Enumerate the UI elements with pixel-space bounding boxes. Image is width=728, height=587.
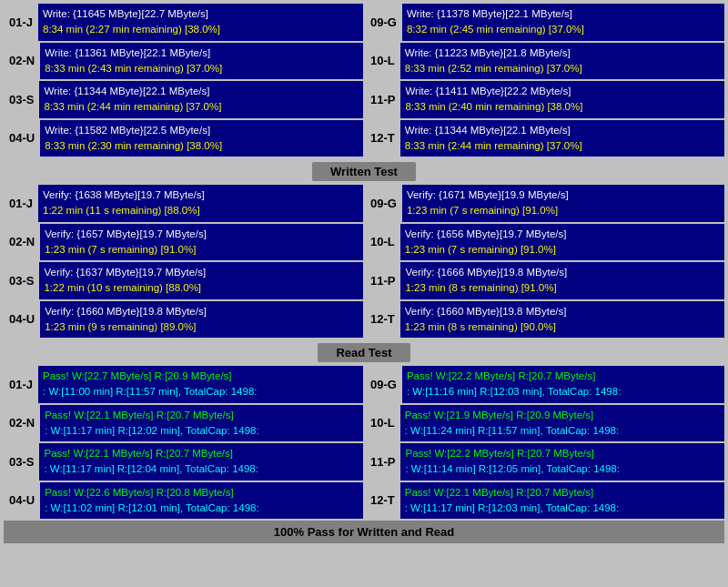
read-section: 01-JPass! W:[22.7 MByte/s] R:[20.9 MByte…: [4, 366, 724, 519]
right-id-10-l: 10-L: [365, 224, 400, 261]
footer-bar: 100% Pass for Written and Read: [4, 521, 724, 543]
left-data-04-u: Write: {11582 MByte}[22.5 MByte/s]8:33 m…: [40, 120, 363, 157]
right-line1-1: Write: {11223 MByte}[21.8 MByte/s]: [405, 46, 720, 61]
right-line1-2: Verify: {1666 MByte}[19.8 MByte/s]: [405, 265, 720, 280]
left-id-04-u: 04-U: [4, 482, 40, 520]
left-data-02-n: Write: {11361 MByte}[22.1 MByte/s]8:33 m…: [40, 43, 363, 80]
right-data-09-g: Write: {11378 MByte}[22.1 MByte/s]8:32 m…: [402, 4, 724, 41]
right-line2-1: 8:33 min (2:52 min remaining) [37.0%]: [405, 61, 720, 76]
left-line1-2: Verify: {1637 MByte}[19.7 MByte/s]: [44, 265, 359, 280]
left-data-02-n: Pass! W:[22.1 MByte/s] R:[20.7 MByte/s]:…: [40, 405, 363, 442]
right-id-12-t: 12-T: [365, 301, 400, 339]
right-line1-3: Pass! W:[22.1 MByte/s] R:[20.7 MByte/s]: [405, 485, 720, 501]
right-line2-2: 8:33 min (2:40 min remaining) [38.0%]: [405, 99, 720, 115]
right-id-10-l: 10-L: [365, 43, 400, 80]
right-id-09-g: 09-G: [365, 4, 402, 41]
written-test-label: Written Test: [312, 162, 416, 181]
left-line2-0: : W:[11:00 min] R:[11:57 min], TotalCap:…: [43, 384, 359, 400]
left-cell-01-j: 01-JWrite: {11645 MByte}[22.7 MByte/s]8:…: [4, 4, 363, 41]
left-line2-3: 8:33 min (2:30 min remaining) [38.0%]: [45, 138, 359, 154]
table-row: 01-JPass! W:[22.7 MByte/s] R:[20.9 MByte…: [4, 366, 724, 403]
write-rows: 01-JWrite: {11645 MByte}[22.7 MByte/s]8:…: [4, 4, 724, 157]
right-cell-09-g: 09-GWrite: {11378 MByte}[22.1 MByte/s]8:…: [365, 4, 724, 41]
left-line2-1: : W:[11:17 min] R:[12:02 min], TotalCap:…: [45, 423, 359, 439]
right-id-09-g: 09-G: [365, 185, 402, 222]
right-line1-3: Verify: {1660 MByte}[19.8 MByte/s]: [405, 304, 720, 319]
right-id-10-l: 10-L: [365, 405, 400, 442]
left-cell-04-u: 04-UPass! W:[22.6 MByte/s] R:[20.8 MByte…: [4, 482, 363, 520]
right-id-11-p: 11-P: [365, 81, 400, 118]
right-line2-0: 1:23 min (7 s remaining) [91.0%]: [407, 203, 720, 218]
left-data-01-j: Pass! W:[22.7 MByte/s] R:[20.9 MByte/s]:…: [38, 366, 363, 403]
right-data-12-t: Write: {11344 MByte}[22.1 MByte/s]8:33 m…: [400, 120, 724, 157]
right-data-09-g: Pass! W:[22.2 MByte/s] R:[20.7 MByte/s]:…: [402, 366, 724, 403]
right-cell-12-t: 12-TVerify: {1660 MByte}[19.8 MByte/s]1:…: [365, 301, 724, 339]
written-test-divider: Written Test: [4, 158, 724, 185]
table-row: 02-NWrite: {11361 MByte}[22.1 MByte/s]8:…: [4, 43, 724, 80]
left-data-03-s: Pass! W:[22.1 MByte/s] R:[20.7 MByte/s]:…: [39, 443, 363, 481]
left-data-01-j: Write: {11645 MByte}[22.7 MByte/s]8:34 m…: [38, 4, 363, 41]
table-row: 01-JVerify: {1638 MByte}[19.7 MByte/s]1:…: [4, 185, 724, 222]
table-row: 03-SWrite: {11344 MByte}[22.1 MByte/s]8:…: [4, 81, 724, 118]
right-line1-1: Pass! W:[21.9 MByte/s] R:[20.9 MByte/s]: [405, 408, 720, 423]
left-line1-0: Verify: {1638 MByte}[19.7 MByte/s]: [43, 187, 359, 203]
left-line2-2: : W:[11:17 min] R:[12:04 min], TotalCap:…: [44, 461, 359, 477]
right-id-09-g: 09-G: [365, 366, 402, 403]
right-line1-2: Write: {11411 MByte}[22.2 MByte/s]: [405, 84, 720, 99]
left-line2-0: 8:34 min (2:27 min remaining) [38.0%]: [43, 22, 359, 37]
right-data-10-l: Verify: {1656 MByte}[19.7 MByte/s]1:23 m…: [400, 224, 724, 261]
right-cell-11-p: 11-PWrite: {11411 MByte}[22.2 MByte/s]8:…: [365, 81, 724, 118]
left-line2-1: 1:23 min (7 s remaining) [91.0%]: [45, 242, 359, 258]
right-line2-2: : W:[11:14 min] R:[12:05 min], TotalCap:…: [405, 461, 720, 477]
table-row: 01-JWrite: {11645 MByte}[22.7 MByte/s]8:…: [4, 4, 724, 41]
right-line1-0: Write: {11378 MByte}[22.1 MByte/s]: [407, 6, 720, 22]
right-cell-09-g: 09-GVerify: {1671 MByte}[19.9 MByte/s]1:…: [365, 185, 724, 222]
verify-rows: 01-JVerify: {1638 MByte}[19.7 MByte/s]1:…: [4, 185, 724, 338]
left-line1-3: Pass! W:[22.6 MByte/s] R:[20.8 MByte/s]: [45, 485, 359, 501]
left-id-02-n: 02-N: [4, 405, 40, 442]
right-id-11-p: 11-P: [365, 443, 400, 481]
right-data-10-l: Pass! W:[21.9 MByte/s] R:[20.9 MByte/s]:…: [400, 405, 724, 442]
left-data-03-s: Verify: {1637 MByte}[19.7 MByte/s]1:22 m…: [39, 262, 363, 299]
left-cell-04-u: 04-UWrite: {11582 MByte}[22.5 MByte/s]8:…: [4, 120, 363, 157]
right-id-12-t: 12-T: [365, 482, 400, 520]
left-line2-3: : W:[11:02 min] R:[12:01 min], TotalCap:…: [45, 501, 359, 516]
read-rows: 01-JPass! W:[22.7 MByte/s] R:[20.9 MByte…: [4, 366, 724, 519]
left-line2-3: 1:23 min (9 s remaining) [89.0%]: [45, 319, 359, 335]
right-cell-10-l: 10-LWrite: {11223 MByte}[21.8 MByte/s]8:…: [365, 43, 724, 80]
left-id-04-u: 04-U: [4, 301, 40, 339]
table-row: 02-NVerify: {1657 MByte}[19.7 MByte/s]1:…: [4, 224, 724, 261]
right-cell-10-l: 10-LVerify: {1656 MByte}[19.7 MByte/s]1:…: [365, 224, 724, 261]
left-cell-03-s: 03-SVerify: {1637 MByte}[19.7 MByte/s]1:…: [4, 262, 363, 299]
left-line1-3: Verify: {1660 MByte}[19.8 MByte/s]: [45, 304, 359, 319]
left-id-02-n: 02-N: [4, 43, 40, 80]
left-data-02-n: Verify: {1657 MByte}[19.7 MByte/s]1:23 m…: [40, 224, 363, 261]
left-id-04-u: 04-U: [4, 120, 40, 157]
left-line2-0: 1:22 min (11 s remaining) [88.0%]: [43, 203, 359, 218]
right-cell-10-l: 10-LPass! W:[21.9 MByte/s] R:[20.9 MByte…: [365, 405, 724, 442]
left-line1-1: Verify: {1657 MByte}[19.7 MByte/s]: [45, 227, 359, 242]
right-line2-0: : W:[11:16 min] R:[12:03 min], TotalCap:…: [407, 384, 720, 400]
table-row: 04-UVerify: {1660 MByte}[19.8 MByte/s]1:…: [4, 301, 724, 339]
right-line2-1: : W:[11:24 min] R:[11:57 min], TotalCap:…: [405, 423, 720, 439]
left-cell-01-j: 01-JPass! W:[22.7 MByte/s] R:[20.9 MByte…: [4, 366, 363, 403]
left-cell-02-n: 02-NWrite: {11361 MByte}[22.1 MByte/s]8:…: [4, 43, 363, 80]
table-row: 03-SPass! W:[22.1 MByte/s] R:[20.7 MByte…: [4, 443, 724, 481]
left-data-01-j: Verify: {1638 MByte}[19.7 MByte/s]1:22 m…: [38, 185, 363, 222]
right-data-12-t: Pass! W:[22.1 MByte/s] R:[20.7 MByte/s]:…: [400, 482, 724, 520]
left-line1-2: Write: {11344 MByte}[22.1 MByte/s]: [44, 84, 359, 99]
left-cell-02-n: 02-NVerify: {1657 MByte}[19.7 MByte/s]1:…: [4, 224, 363, 261]
left-cell-03-s: 03-SPass! W:[22.1 MByte/s] R:[20.7 MByte…: [4, 443, 363, 481]
left-data-04-u: Pass! W:[22.6 MByte/s] R:[20.8 MByte/s]:…: [40, 482, 363, 520]
right-line2-1: 1:23 min (7 s remaining) [91.0%]: [405, 242, 720, 258]
right-cell-12-t: 12-TWrite: {11344 MByte}[22.1 MByte/s]8:…: [365, 120, 724, 157]
footer-text: 100% Pass for Written and Read: [274, 525, 454, 539]
right-line1-0: Pass! W:[22.2 MByte/s] R:[20.7 MByte/s]: [407, 369, 720, 384]
read-test-label: Read Test: [318, 343, 410, 362]
right-cell-11-p: 11-PPass! W:[22.2 MByte/s] R:[20.7 MByte…: [365, 443, 724, 481]
left-line2-1: 8:33 min (2:43 min remaining) [37.0%]: [45, 61, 359, 76]
right-data-10-l: Write: {11223 MByte}[21.8 MByte/s]8:33 m…: [400, 43, 724, 80]
table-row: 02-NPass! W:[22.1 MByte/s] R:[20.7 MByte…: [4, 405, 724, 442]
left-line1-0: Pass! W:[22.7 MByte/s] R:[20.9 MByte/s]: [43, 369, 359, 384]
read-test-divider: Read Test: [4, 339, 724, 366]
